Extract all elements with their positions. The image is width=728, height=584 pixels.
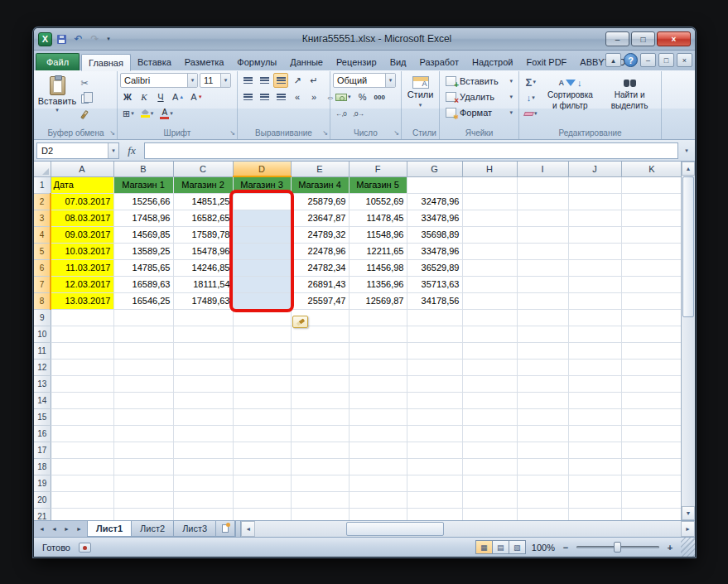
cell-B15[interactable] [113, 408, 173, 425]
cell-H20[interactable] [462, 491, 517, 508]
cell-F12[interactable] [349, 359, 407, 375]
copy-button[interactable] [77, 91, 92, 106]
bold-button[interactable]: Ж [120, 89, 135, 104]
cell-E20[interactable] [291, 491, 349, 508]
number-format-combo[interactable]: Общий ▾ [333, 73, 396, 88]
sort-filter-button[interactable]: А↓ Сортировка и фильтр [540, 73, 601, 128]
cell-F14[interactable] [349, 392, 407, 408]
cell-B5[interactable]: 13589,25 [113, 243, 173, 259]
cell-D19[interactable] [233, 475, 291, 491]
cell-I9[interactable] [517, 309, 568, 326]
cell-K1[interactable] [621, 176, 681, 193]
cell-H9[interactable] [462, 309, 517, 326]
ribbon-tab-Надстрой[interactable]: Надстрой [465, 53, 519, 70]
currency-format-button[interactable]: ▾ [333, 89, 354, 104]
cell-G3[interactable]: 33478,96 [407, 210, 462, 226]
cell-E17[interactable] [291, 442, 349, 458]
cell-E4[interactable]: 24789,32 [291, 226, 349, 243]
autosum-button[interactable]: Σ▾ [522, 75, 540, 89]
align-bottom-button[interactable] [273, 73, 288, 88]
sheet-tab-Лист2[interactable]: Лист2 [131, 521, 174, 537]
cell-E19[interactable] [291, 475, 349, 491]
cell-F17[interactable] [349, 442, 407, 458]
align-middle-button[interactable] [257, 73, 272, 88]
row-header-21[interactable]: 21 [34, 508, 51, 520]
redo-icon[interactable]: ↷ [88, 32, 102, 46]
cell-J16[interactable] [568, 425, 621, 442]
column-header-B[interactable]: B [113, 162, 173, 176]
cell-G20[interactable] [407, 491, 462, 508]
delete-cells-button[interactable]: Удалить ▾ [442, 89, 516, 104]
cell-E8[interactable]: 25597,47 [291, 292, 349, 309]
cell-A6[interactable]: 11.03.2017 [51, 259, 113, 276]
cell-K8[interactable] [621, 292, 681, 309]
cell-A5[interactable]: 10.03.2017 [51, 243, 113, 259]
cell-F20[interactable] [349, 491, 407, 508]
cell-A16[interactable] [51, 425, 113, 442]
cell-H18[interactable] [462, 458, 517, 475]
cell-E7[interactable]: 26891,43 [291, 276, 349, 292]
cell-C19[interactable] [173, 475, 233, 491]
insert-function-button[interactable]: fx [122, 142, 142, 159]
maximize-button[interactable]: □ [631, 31, 655, 46]
cell-F18[interactable] [349, 458, 407, 475]
cell-D21[interactable] [233, 508, 291, 520]
column-header-I[interactable]: I [517, 162, 568, 176]
cell-I14[interactable] [517, 392, 568, 408]
cell-C9[interactable] [173, 309, 233, 326]
cell-K3[interactable] [621, 210, 681, 226]
column-header-A[interactable]: A [51, 162, 113, 176]
cell-C18[interactable] [173, 458, 233, 475]
row-header-2[interactable]: 2 [34, 193, 51, 210]
ribbon-tab-Foxit PDF[interactable]: Foxit PDF [519, 53, 573, 70]
align-top-button[interactable] [240, 73, 255, 88]
resize-grip[interactable] [681, 538, 695, 557]
row-header-6[interactable]: 6 [34, 259, 51, 276]
cell-A19[interactable] [51, 475, 113, 491]
cell-K7[interactable] [621, 276, 681, 292]
cell-B10[interactable] [113, 326, 173, 342]
cell-G2[interactable]: 32478,96 [407, 193, 462, 210]
cell-D12[interactable] [233, 359, 291, 375]
cell-B20[interactable] [113, 491, 173, 508]
page-break-view-icon[interactable]: ▧ [509, 540, 526, 554]
cell-C15[interactable] [173, 408, 233, 425]
zoom-out-icon[interactable]: − [561, 543, 571, 553]
cell-B7[interactable]: 16589,63 [113, 276, 173, 292]
cell-H14[interactable] [462, 392, 517, 408]
cell-H21[interactable] [462, 508, 517, 520]
cell-J5[interactable] [568, 243, 621, 259]
next-sheet-icon[interactable]: ► [60, 523, 73, 536]
zoom-in-icon[interactable]: + [665, 543, 675, 553]
cell-A1[interactable]: Дата [51, 176, 113, 193]
scroll-left-icon[interactable]: ◄ [241, 521, 255, 537]
cell-J17[interactable] [568, 442, 621, 458]
increase-indent-button[interactable]: » [306, 89, 321, 104]
cell-F13[interactable] [349, 375, 407, 392]
cell-C5[interactable]: 15478,96 [173, 243, 233, 259]
row-header-11[interactable]: 11 [34, 342, 51, 359]
cell-F21[interactable] [349, 508, 407, 520]
cell-D17[interactable] [233, 442, 291, 458]
row-header-12[interactable]: 12 [34, 359, 51, 375]
row-header-18[interactable]: 18 [34, 458, 51, 475]
cell-K16[interactable] [621, 425, 681, 442]
cell-D4[interactable] [233, 226, 291, 243]
expand-formula-bar-icon[interactable]: ▾ [681, 142, 692, 159]
cell-J7[interactable] [568, 276, 621, 292]
increase-decimal-button[interactable]: ←,0 [333, 106, 349, 121]
cell-A2[interactable]: 07.03.2017 [51, 193, 113, 210]
help-icon[interactable]: ? [624, 53, 638, 67]
cell-B12[interactable] [113, 359, 173, 375]
cell-J19[interactable] [568, 475, 621, 491]
cell-B8[interactable]: 16546,25 [113, 292, 173, 309]
cell-B13[interactable] [113, 375, 173, 392]
cell-G1[interactable] [407, 176, 462, 193]
cell-H4[interactable] [462, 226, 517, 243]
horizontal-scroll-thumb[interactable] [346, 522, 444, 536]
column-header-E[interactable]: E [291, 162, 349, 176]
cell-K11[interactable] [621, 342, 681, 359]
name-box[interactable]: D2 ▾ [36, 142, 119, 159]
cell-G5[interactable]: 33478,96 [407, 243, 462, 259]
cell-J14[interactable] [568, 392, 621, 408]
